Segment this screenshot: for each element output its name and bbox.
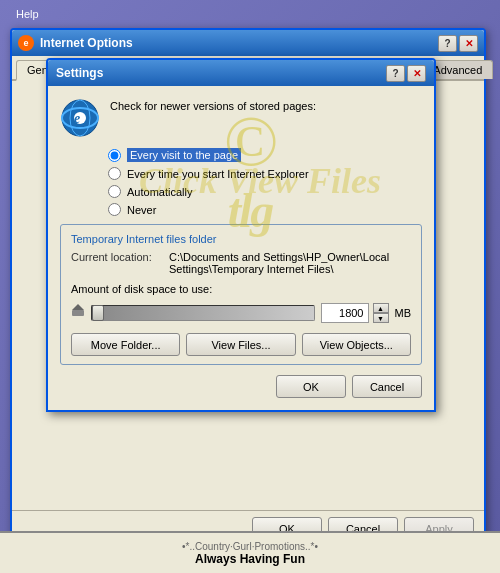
folder-section-title: Temporary Internet files folder [71,233,411,245]
dialog-cancel-button[interactable]: Cancel [352,375,422,398]
title-bar-controls: ? ✕ [438,35,478,52]
spinner-group: ▲ ▼ [321,303,389,323]
view-files-button[interactable]: View Files... [186,333,295,356]
ie-settings-icon: e [60,98,100,138]
settings-close-button[interactable]: ✕ [407,65,426,82]
settings-body: e Check for newer versions of stored pag… [48,86,434,410]
radio-every-visit-input[interactable] [108,149,121,162]
menu-bar: Help [10,8,45,20]
folder-info: Current location: C:\Documents and Setti… [71,251,411,275]
check-pages-label: Check for newer versions of stored pages… [110,100,316,112]
settings-title: Settings [56,66,103,80]
current-location-label: Current location: [71,251,161,275]
mb-label: MB [395,307,412,319]
main-window-title: Internet Options [40,36,133,50]
settings-title-bar: Settings ? ✕ [48,60,434,86]
radio-every-start-label: Every time you start Internet Explorer [127,168,309,180]
disk-space-input[interactable] [321,303,369,323]
svg-text:e: e [74,111,80,126]
main-title-bar: e Internet Options ? ✕ [12,30,484,56]
settings-dialog: Settings ? ✕ e Check for newer versions … [46,58,436,412]
slider-icon [71,304,85,322]
folder-buttons: Move Folder... View Files... View Object… [71,333,411,356]
ie-icon: e [18,35,34,51]
spinner-down[interactable]: ▼ [373,313,389,323]
view-objects-button[interactable]: View Objects... [302,333,411,356]
radio-group: Every visit to the page Every time you s… [108,148,422,216]
dialog-bottom-buttons: OK Cancel [60,375,422,398]
radio-every-start: Every time you start Internet Explorer [108,167,422,180]
bottom-bar: •*..Country·Gurl·Promotions..*• Always H… [0,531,500,573]
slider-thumb[interactable] [92,305,104,321]
bottom-bar-line1: •*..Country·Gurl·Promotions..*• [182,541,318,552]
disk-space-label-row: Amount of disk space to use: [71,283,411,295]
slider-row: ▲ ▼ MB [71,303,411,323]
svg-rect-5 [72,310,84,316]
dialog-ok-button[interactable]: OK [276,375,346,398]
disk-space-slider[interactable] [91,305,315,321]
spinner-buttons: ▲ ▼ [373,303,389,323]
help-menu[interactable]: Help [10,6,45,22]
radio-automatically: Automatically [108,185,422,198]
spinner-up[interactable]: ▲ [373,303,389,313]
radio-never-input[interactable] [108,203,121,216]
help-button[interactable]: ? [438,35,457,52]
radio-every-visit: Every visit to the page [108,148,422,162]
settings-help-button[interactable]: ? [386,65,405,82]
radio-every-visit-label: Every visit to the page [127,148,241,162]
radio-never-label: Never [127,204,156,216]
radio-never: Never [108,203,422,216]
disk-space-label: Amount of disk space to use: [71,283,231,295]
radio-automatically-label: Automatically [127,186,192,198]
svg-marker-6 [72,304,84,310]
radio-automatically-input[interactable] [108,185,121,198]
folder-section: Temporary Internet files folder Current … [60,224,422,365]
settings-header-text: Check for newer versions of stored pages… [110,98,316,116]
close-button[interactable]: ✕ [459,35,478,52]
move-folder-button[interactable]: Move Folder... [71,333,180,356]
radio-every-start-input[interactable] [108,167,121,180]
current-location-path: C:\Documents and Settings\HP_Owner\Local… [169,251,411,275]
bottom-bar-line2: Always Having Fun [195,552,305,566]
settings-title-controls: ? ✕ [386,65,426,82]
settings-header: e Check for newer versions of stored pag… [60,98,422,138]
